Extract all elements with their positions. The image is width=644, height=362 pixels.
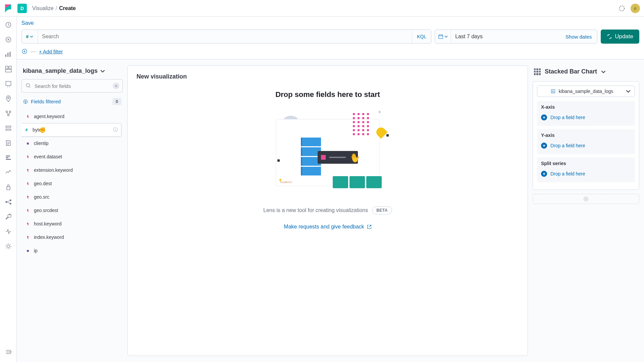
date-quick-select[interactable] — [435, 30, 451, 43]
logs-icon[interactable] — [5, 140, 12, 146]
field-name-label: host.keyword — [34, 221, 61, 226]
field-item[interactable]: thost.keyword — [21, 217, 123, 230]
search-input[interactable] — [38, 30, 412, 43]
drop-field-target[interactable]: +Drop a field here — [541, 169, 631, 179]
breadcrumb-visualize[interactable]: Visualize — [32, 5, 54, 11]
filter-settings-icon[interactable] — [21, 48, 28, 54]
drop-headline: Drop some fields here to start — [275, 90, 380, 99]
visualize-icon[interactable] — [5, 51, 12, 58]
config-panel: Stacked Bar Chart kibana_sample_data_log… — [533, 65, 639, 356]
field-name-label: clientip — [34, 141, 49, 146]
svg-rect-15 — [6, 159, 11, 160]
maps-icon[interactable] — [5, 95, 12, 102]
workspace-title: New visualization — [137, 73, 519, 80]
management-icon[interactable] — [5, 243, 12, 250]
svg-rect-3 — [5, 66, 8, 69]
field-type-icon: t — [25, 221, 31, 226]
field-name-label: agent.keyword — [34, 114, 64, 119]
query-language-switcher[interactable]: KQL — [412, 30, 431, 43]
discover-icon[interactable] — [5, 36, 12, 43]
siem-icon[interactable] — [5, 184, 12, 191]
kibana-logo-icon[interactable] — [4, 4, 12, 12]
feedback-link[interactable]: Make requests and give feedback — [284, 224, 371, 230]
field-item[interactable]: #bytes✊ — [21, 123, 121, 137]
field-count-badge: 0 — [112, 98, 121, 105]
recent-icon[interactable] — [5, 21, 12, 28]
field-item[interactable]: tindex.keyword — [21, 230, 123, 244]
field-item[interactable]: tagent.keyword — [21, 110, 123, 123]
save-button[interactable]: Save — [21, 20, 34, 26]
divider: — — [31, 49, 36, 54]
field-type-icon: ▦ — [25, 141, 31, 146]
svg-rect-13 — [6, 156, 10, 157]
layer-index-selector[interactable]: kibana_sample_data_logs — [537, 86, 635, 97]
space-selector[interactable]: D — [17, 4, 27, 13]
query-filter-options[interactable]: # — [22, 30, 38, 43]
grab-cursor-icon: ✊ — [39, 127, 46, 133]
svg-point-10 — [7, 114, 9, 116]
search-icon — [25, 83, 31, 88]
index-pattern-selector[interactable]: kibana_sample_data_logs — [21, 65, 123, 79]
field-item[interactable]: tevent.dataset — [21, 150, 123, 163]
field-type-icon: t — [25, 114, 31, 119]
apm-icon[interactable] — [5, 154, 12, 161]
ml-icon[interactable] — [5, 110, 12, 117]
drop-illustration[interactable]: ✋ ✦ + 〰〰 — [264, 106, 391, 193]
field-item[interactable]: tgeo.src — [21, 190, 123, 204]
clear-icon[interactable]: ✕ — [113, 83, 119, 89]
field-item[interactable]: tgeo.dest — [21, 177, 123, 190]
date-range-label[interactable]: Last 7 days — [451, 30, 560, 43]
svg-rect-4 — [9, 66, 11, 69]
svg-rect-5 — [5, 69, 11, 72]
news-icon[interactable] — [619, 5, 625, 12]
side-nav — [0, 17, 17, 362]
infra-icon[interactable] — [5, 125, 12, 132]
field-item[interactable]: ▦ip — [21, 244, 123, 257]
add-filter-button[interactable]: + Add filter — [39, 49, 63, 54]
refresh-icon — [607, 34, 612, 39]
field-item[interactable]: textension.keyword — [21, 163, 123, 177]
axis-label: Split series — [541, 161, 631, 166]
svg-rect-21 — [439, 35, 443, 39]
field-name-label: geo.srcdest — [34, 208, 58, 213]
field-list[interactable]: tagent.keyword#bytes✊▦clientiptevent.dat… — [21, 110, 123, 356]
stacked-bar-icon — [534, 68, 541, 75]
dashboard-icon[interactable] — [5, 66, 12, 72]
field-name-label: index.keyword — [34, 235, 64, 240]
breadcrumb-current: Create — [59, 5, 76, 11]
field-name-label: geo.src — [34, 194, 49, 200]
field-name-label: geo.dest — [34, 181, 52, 186]
chart-type-selector[interactable]: Stacked Bar Chart — [533, 65, 639, 81]
index-pattern-icon — [551, 89, 555, 94]
devtools-icon[interactable] — [5, 213, 12, 220]
field-type-icon: t — [25, 208, 31, 213]
visualization-workspace: New visualization Drop some fields here … — [127, 65, 528, 356]
drop-field-target[interactable]: +Drop a field here — [541, 112, 631, 122]
field-name-label: event.dataset — [34, 154, 62, 159]
field-search-input[interactable] — [21, 79, 123, 93]
svg-rect-16 — [7, 187, 10, 190]
field-item[interactable]: ▦clientip — [21, 137, 123, 150]
plus-icon: + — [541, 114, 547, 120]
drop-field-target[interactable]: +Drop a field here — [541, 141, 631, 151]
hash-icon: # — [26, 34, 29, 39]
svg-point-20 — [7, 245, 10, 248]
user-avatar[interactable]: e — [631, 4, 640, 13]
uptime-icon[interactable] — [5, 169, 12, 176]
fields-filtered-button[interactable]: Fields filtered — [23, 99, 61, 104]
svg-rect-6 — [6, 82, 11, 86]
canvas-icon[interactable] — [5, 81, 12, 87]
graph-icon[interactable] — [5, 199, 12, 205]
show-dates-button[interactable]: Show dates — [560, 30, 597, 43]
collapse-icon[interactable] — [5, 349, 12, 355]
update-button[interactable]: Update — [601, 30, 639, 44]
svg-rect-11 — [6, 126, 11, 127]
monitoring-icon[interactable] — [5, 228, 12, 235]
lens-note-text: Lens is a new tool for creating visualiz… — [263, 207, 368, 213]
field-type-icon: t — [25, 181, 31, 186]
add-layer-button[interactable] — [533, 194, 639, 204]
field-type-icon: t — [25, 235, 31, 240]
field-item[interactable]: tgeo.srcdest — [21, 204, 123, 217]
field-type-icon: t — [25, 194, 31, 200]
svg-point-0 — [620, 6, 625, 11]
